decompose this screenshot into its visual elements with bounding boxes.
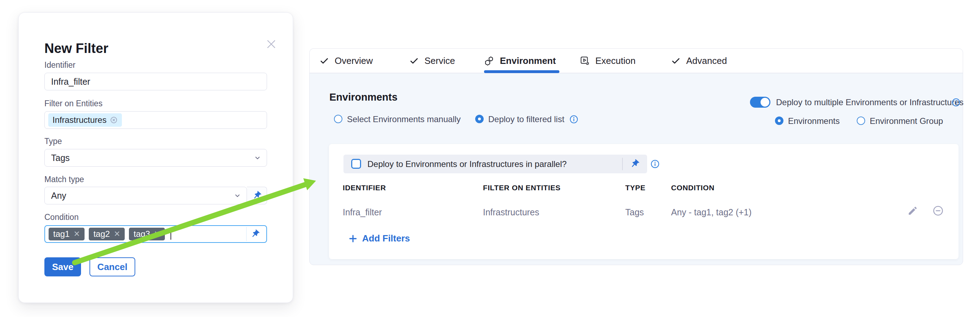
stage-tabbar: Overview Service Environment	[310, 49, 963, 74]
multi-environments-toggle[interactable]	[750, 97, 770, 108]
identifier-input[interactable]: Infra_filter	[45, 73, 267, 90]
pin-icon[interactable]	[630, 159, 640, 169]
radio-environments-label[interactable]: Environments	[788, 116, 840, 126]
multi-environments-toggle-label[interactable]: Deploy to multiple Environments or Infra…	[776, 98, 963, 107]
screen: New Filter Identifier Infra_filter Filte…	[0, 0, 980, 317]
pin-icon	[248, 227, 262, 241]
match-type-value: Any	[51, 191, 66, 201]
condition-input[interactable]: tag1 ✕ tag2 ✕ tag3 ✕	[45, 225, 267, 243]
tab-advanced[interactable]: Advanced	[671, 49, 727, 73]
condition-pin-button[interactable]	[246, 227, 264, 241]
tab-environment[interactable]: Environment	[484, 49, 556, 73]
save-button[interactable]: Save	[45, 257, 81, 276]
filters-card: Deploy to Environments or Infrastructure…	[329, 144, 959, 259]
execution-icon	[580, 56, 590, 66]
tab-execution[interactable]: Execution	[580, 49, 635, 73]
match-type-label: Match type	[45, 175, 84, 184]
chip-remove-icon[interactable]: ✕	[114, 230, 120, 238]
type-label: Type	[45, 137, 62, 146]
save-button-label: Save	[52, 262, 74, 272]
type-value: Tags	[51, 153, 70, 163]
radio-select-manually[interactable]	[334, 115, 342, 123]
radio-environments[interactable]	[775, 117, 783, 125]
condition-tag-chip[interactable]: tag1 ✕	[49, 228, 84, 240]
identifier-value: Infra_filter	[51, 77, 90, 87]
tab-overview[interactable]: Overview	[320, 49, 373, 73]
type-select[interactable]: Tags	[45, 149, 267, 167]
identifier-label: Identifier	[45, 60, 75, 70]
column-header-identifier: IDENTIFIER	[343, 184, 386, 192]
entities-chip[interactable]: Infrastructures	[48, 113, 122, 127]
filter-on-entities-label: Filter on Entities	[45, 99, 102, 108]
pin-icon	[250, 189, 264, 203]
check-icon	[409, 56, 419, 66]
tag-label: tag2	[93, 229, 110, 239]
toggle-knob	[760, 98, 769, 107]
column-header-condition: CONDITION	[671, 184, 714, 192]
match-type-select[interactable]: Any	[45, 187, 247, 204]
pipeline-stage-panel: Overview Service Environment	[309, 48, 963, 265]
row-filter-on-entities: Infrastructures	[483, 207, 539, 218]
radio-environment-group[interactable]	[857, 117, 865, 125]
add-filters-button[interactable]: Add Filters	[348, 233, 410, 244]
chip-remove-icon[interactable]: ✕	[154, 230, 160, 238]
column-header-type: TYPE	[625, 184, 645, 192]
chip-remove-icon[interactable]	[110, 116, 118, 124]
deploy-parallel-checkbox[interactable]	[351, 159, 361, 169]
cancel-button[interactable]: Cancel	[89, 257, 135, 276]
add-filters-label: Add Filters	[362, 233, 410, 244]
divider	[622, 158, 623, 170]
minus-circle-icon	[932, 205, 944, 216]
tab-label: Service	[425, 55, 455, 66]
info-icon[interactable]	[569, 115, 578, 124]
close-icon	[265, 38, 277, 50]
check-icon	[671, 56, 681, 66]
condition-label: Condition	[45, 213, 78, 222]
radio-environment-group-label[interactable]: Environment Group	[870, 116, 943, 126]
deploy-parallel-label[interactable]: Deploy to Environments or Infrastructure…	[368, 159, 567, 169]
tag-label: tag1	[53, 229, 70, 239]
pencil-icon	[907, 205, 918, 216]
info-icon[interactable]	[951, 98, 961, 107]
radio-deploy-filtered-list[interactable]	[475, 115, 484, 123]
new-filter-modal: New Filter Identifier Infra_filter Filte…	[18, 12, 293, 303]
match-type-pin-button[interactable]	[247, 187, 267, 204]
check-icon	[320, 56, 329, 66]
chevron-down-icon	[233, 191, 242, 200]
modal-title: New Filter	[45, 41, 108, 56]
row-type: Tags	[625, 207, 644, 218]
tag-label: tag3	[134, 229, 150, 239]
entities-chip-label: Infrastructures	[52, 115, 107, 125]
environments-heading: Environments	[329, 91, 397, 103]
tab-label: Overview	[335, 55, 373, 66]
chevron-down-icon	[253, 154, 262, 162]
deploy-parallel-bar: Deploy to Environments or Infrastructure…	[344, 155, 647, 173]
tab-label: Advanced	[686, 55, 727, 66]
row-identifier: Infra_filter	[343, 207, 382, 218]
active-tab-underline	[484, 70, 559, 73]
tab-service[interactable]: Service	[409, 49, 455, 73]
condition-tag-chip[interactable]: tag2 ✕	[89, 228, 125, 240]
remove-filter-button[interactable]	[932, 205, 944, 217]
cancel-button-label: Cancel	[97, 262, 127, 272]
edit-filter-button[interactable]	[907, 205, 919, 217]
tab-label: Execution	[595, 55, 635, 66]
chip-remove-icon[interactable]: ✕	[74, 230, 80, 238]
close-button[interactable]	[263, 36, 279, 52]
column-header-filter-on-entities: FILTER ON ENTITIES	[483, 184, 560, 192]
radio-deploy-filtered-list-label[interactable]: Deploy to filtered list	[488, 114, 564, 124]
text-caret	[170, 228, 171, 240]
filter-on-entities-input[interactable]: Infrastructures	[45, 111, 267, 129]
row-condition: Any - tag1, tag2 (+1)	[671, 207, 752, 218]
condition-tag-chip[interactable]: tag3 ✕	[129, 228, 165, 240]
environment-icon	[484, 56, 494, 66]
radio-select-manually-label[interactable]: Select Environments manually	[347, 114, 461, 124]
info-icon[interactable]	[650, 159, 660, 169]
plus-icon	[348, 234, 358, 243]
tab-label: Environment	[500, 55, 556, 66]
